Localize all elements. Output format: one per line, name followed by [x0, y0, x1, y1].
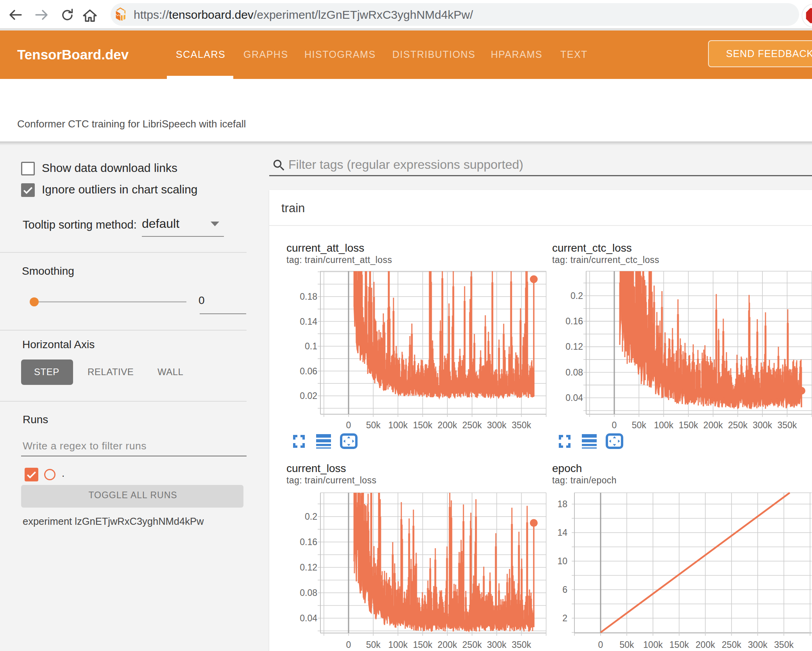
svg-text:350k: 350k: [512, 640, 531, 650]
svg-text:2: 2: [562, 613, 567, 623]
svg-text:0.06: 0.06: [300, 366, 317, 376]
svg-text:0.2: 0.2: [571, 291, 583, 301]
svg-text:0: 0: [346, 640, 351, 650]
svg-text:250k: 250k: [462, 420, 482, 430]
svg-text:0: 0: [598, 640, 603, 650]
svg-text:0.08: 0.08: [565, 367, 583, 377]
svg-text:0.02: 0.02: [300, 391, 317, 401]
svg-text:6: 6: [562, 585, 567, 595]
svg-text:150k: 150k: [669, 640, 689, 650]
svg-text:350k: 350k: [774, 640, 794, 650]
svg-text:50k: 50k: [366, 420, 381, 430]
svg-text:100k: 100k: [654, 420, 673, 430]
svg-text:100k: 100k: [388, 640, 408, 650]
svg-text:14: 14: [557, 528, 567, 538]
svg-text:0: 0: [612, 420, 617, 430]
svg-text:250k: 250k: [728, 420, 748, 430]
svg-text:0.04: 0.04: [300, 613, 317, 623]
svg-text:200k: 200k: [703, 420, 723, 430]
svg-text:200k: 200k: [438, 640, 457, 650]
svg-text:0: 0: [346, 420, 351, 430]
svg-text:0.04: 0.04: [565, 393, 583, 403]
svg-text:150k: 150k: [413, 420, 433, 430]
svg-text:50k: 50k: [632, 420, 647, 430]
svg-text:150k: 150k: [413, 640, 433, 650]
svg-text:0.16: 0.16: [300, 537, 317, 547]
svg-text:300k: 300k: [753, 420, 772, 430]
svg-text:300k: 300k: [748, 640, 767, 650]
svg-text:0.12: 0.12: [565, 342, 583, 352]
svg-text:200k: 200k: [696, 640, 715, 650]
svg-text:300k: 300k: [487, 420, 506, 430]
svg-text:10: 10: [557, 556, 567, 566]
svg-text:0.12: 0.12: [300, 562, 317, 572]
svg-text:350k: 350k: [512, 420, 531, 430]
svg-text:100k: 100k: [388, 420, 408, 430]
svg-text:0.2: 0.2: [305, 512, 317, 522]
svg-text:50k: 50k: [366, 640, 381, 650]
svg-text:200k: 200k: [438, 420, 457, 430]
svg-text:350k: 350k: [777, 420, 797, 430]
svg-text:0.18: 0.18: [300, 292, 317, 302]
svg-text:0.16: 0.16: [565, 316, 583, 326]
svg-text:150k: 150k: [679, 420, 698, 430]
svg-text:0.08: 0.08: [300, 588, 317, 598]
svg-text:250k: 250k: [462, 640, 482, 650]
svg-text:100k: 100k: [643, 640, 663, 650]
svg-text:18: 18: [557, 499, 567, 509]
svg-text:300k: 300k: [487, 640, 506, 650]
svg-text:250k: 250k: [722, 640, 741, 650]
svg-text:0.1: 0.1: [305, 341, 317, 351]
svg-text:50k: 50k: [619, 640, 634, 650]
svg-text:0.14: 0.14: [300, 317, 317, 327]
